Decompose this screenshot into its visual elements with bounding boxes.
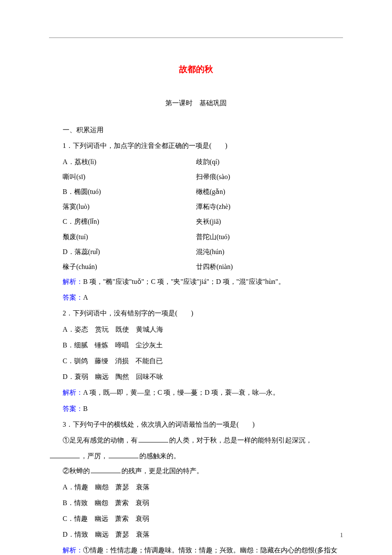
q3-l3b: 的残声，更是北国的特产。 xyxy=(121,467,203,474)
q1-option-b-row2: 落寞(luò) 潭柘寺(zhè) xyxy=(49,199,343,214)
q1-explain: 解析：B 项，"椭"应读"tuǒ"；C 项，"夹"应读"jiá"；D 项，"混"… xyxy=(49,274,343,289)
q2-option-d: D．蓑弱 幽远 陶然 回味不咏 xyxy=(49,369,343,384)
q1-c3: 颓废(tuí) xyxy=(49,229,196,244)
q3-l1a: ①足见有感觉的动物，有 xyxy=(63,436,138,444)
q1-b3: 落寞(luò) xyxy=(49,199,196,214)
q3-l2a: ，严厉， xyxy=(81,452,108,460)
q1-a4: 扫帚痕(sào) xyxy=(196,169,343,184)
q3-l2b: 的感触来的。 xyxy=(139,452,180,460)
page-number: 1 xyxy=(340,529,343,542)
explain-label: 解析： xyxy=(63,546,83,554)
q3-fill-line1: ①足见有感觉的动物，有的人类，对于秋，总是一样的能特别引起深沉， xyxy=(49,433,343,448)
q2-option-c: C．驯鸽 藤缦 消损 不能自已 xyxy=(49,353,343,368)
q1-option-d-row2: 椽子(chuán) 廿四桥(niàn) xyxy=(49,259,343,274)
q2-option-b: B．细腻 锤炼 啼唱 尘沙灰土 xyxy=(49,338,343,353)
q1-c4: 普陀山(tuó) xyxy=(196,229,343,244)
q1-d1: D．落蕊(ruǐ) xyxy=(49,244,196,259)
explain-label: 解析： xyxy=(63,278,83,285)
q1-option-c-row2: 颓废(tuí) 普陀山(tuó) xyxy=(49,229,343,244)
q1-option-a-row1: A．荔枝(lì) 歧韵(qí) xyxy=(49,154,343,169)
answer-label: 答案： xyxy=(63,294,83,301)
horizontal-rule xyxy=(49,38,343,38)
q1-c2: 夹袄(jiā) xyxy=(196,214,343,229)
q1-b4: 潭柘寺(zhè) xyxy=(196,199,343,214)
q3-l1b: 的人类，对于秋，总是一样的能特别引起深沉， xyxy=(169,436,312,444)
q2-answer-text: B xyxy=(83,405,88,412)
q1-option-d-row1: D．落蕊(ruǐ) 混沌(hún) xyxy=(49,244,343,259)
q1-c1: C．房檩(lǐn) xyxy=(49,214,196,229)
q1-explain-text: B 项，"椭"应读"tuǒ"；C 项，"夹"应读"jiá"；D 项，"混"应读"… xyxy=(83,278,285,285)
q3-fill-line3: ②秋蝉的的残声，更是北国的特产。 xyxy=(49,463,343,478)
document-title: 故都的秋 xyxy=(49,60,343,78)
q1-answer-text: A xyxy=(83,294,88,301)
q2-stem: 2．下列词语中，没有错别字的一项是( ) xyxy=(49,306,343,321)
q2-explain: 解析：A 项，既—即，黄—皇；C 项，缦—蔓；D 项，蓑—衰，咏—永。 xyxy=(49,385,343,400)
answer-label: 答案： xyxy=(63,405,83,412)
q3-option-c: C．情趣 幽远 萧索 衰弱 xyxy=(49,511,343,526)
q1-option-a-row2: 嘶叫(sī) 扫帚痕(sào) xyxy=(49,169,343,184)
q3-l3a: ②秋蝉的 xyxy=(63,467,90,474)
q1-answer: 答案：A xyxy=(49,290,343,305)
q1-a1: A．荔枝(lì) xyxy=(49,154,196,169)
q3-explain-text: ①情趣：性情志趣；情调趣味。情致：情趣；兴致。幽怨：隐藏在内心的怨恨(多指女子的… xyxy=(49,546,337,555)
q1-b1: B．椭圆(tuó) xyxy=(49,184,196,199)
q1-stem: 1．下列词语中，加点字的注音全都正确的一项是( ) xyxy=(49,138,343,153)
blank-3 xyxy=(109,451,138,458)
q1-d2: 混沌(hún) xyxy=(196,244,343,259)
blank-4 xyxy=(91,466,121,473)
blank-2 xyxy=(50,451,80,458)
q3-option-a: A．情趣 幽怨 萧瑟 衰落 xyxy=(49,480,343,494)
page-content: 故都的秋 第一课时 基础巩固 一、积累运用 1．下列词语中，加点字的注音全都正确… xyxy=(49,60,343,555)
q1-d3: 椽子(chuán) xyxy=(49,259,196,274)
q2-explain-text: A 项，既—即，黄—皇；C 项，缦—蔓；D 项，蓑—衰，咏—永。 xyxy=(83,389,280,396)
explain-label: 解析： xyxy=(63,389,83,396)
q3-stem: 3．下列句子中的横线处，依次填入的词语最恰当的一项是( ) xyxy=(49,417,343,432)
q1-a3: 嘶叫(sī) xyxy=(49,169,196,184)
q1-option-c-row1: C．房檩(lǐn) 夹袄(jiā) xyxy=(49,214,343,229)
q2-option-a: A．姿态 赏玩 既使 黄城人海 xyxy=(49,322,343,337)
q2-answer: 答案：B xyxy=(49,401,343,416)
q3-fill-line2: ，严厉，的感触来的。 xyxy=(49,448,343,463)
q1-b2: 橄榄(gǎn) xyxy=(196,184,343,199)
q3-explain: 解析：①情趣：性情志趣；情调趣味。情致：情趣；兴致。幽怨：隐藏在内心的怨恨(多指… xyxy=(49,543,343,555)
document-subtitle: 第一课时 基础巩固 xyxy=(49,95,343,110)
q1-option-b-row1: B．椭圆(tuó) 橄榄(gǎn) xyxy=(49,184,343,199)
q1-d4: 廿四桥(niàn) xyxy=(196,259,343,274)
blank-1 xyxy=(138,436,168,442)
q3-option-b: B．情致 幽怨 萧索 衰弱 xyxy=(49,495,343,510)
q3-option-d: D．情致 幽远 萧瑟 衰落 xyxy=(49,527,343,542)
section-heading-1: 一、积累运用 xyxy=(49,122,343,137)
q1-a2: 歧韵(qí) xyxy=(196,154,343,169)
